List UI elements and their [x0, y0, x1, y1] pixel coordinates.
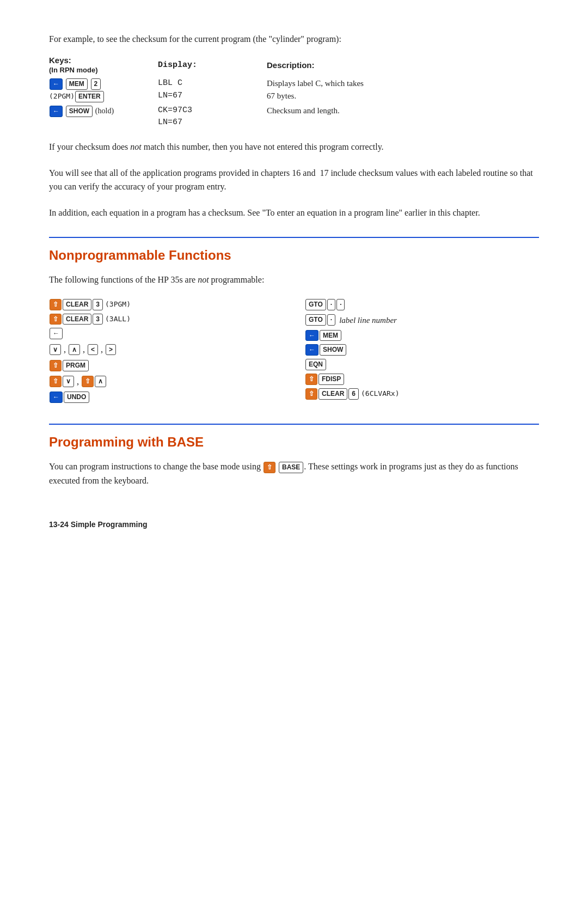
list-item: ⇧ FDISP	[305, 374, 539, 385]
enter-key-1: ENTER	[75, 91, 104, 102]
col-header-keys: Keys: (In RPN mode)	[49, 56, 158, 76]
eqn-key: EQN	[305, 359, 326, 370]
show-key-2: SHOW	[66, 106, 93, 117]
shift-blue-key: ←	[50, 392, 63, 403]
para-chapters: You will see that all of the application…	[49, 166, 539, 194]
desc-cell-1: Displays label C, which takes67 bytes.	[267, 76, 539, 103]
shift-orange-key: ⇧	[50, 376, 62, 387]
keys-display-description-table: Keys: (In RPN mode) Display: Description…	[49, 56, 539, 130]
shift-orange-base: ⇧	[264, 462, 275, 473]
down-key-2: ∨	[63, 376, 74, 387]
nonprogrammable-list: ⇧ CLEAR 3 (3PGM) ⇧ CLEAR 3 (3ALL) ← ∨ , …	[49, 299, 539, 406]
section1-intro: The following functions of the HP 35s ar…	[49, 273, 539, 287]
list-item: ⇧ CLEAR 3 (3ALL)	[49, 314, 283, 325]
backspace-key: ←	[50, 328, 63, 339]
three-key: 3	[93, 314, 103, 325]
list-item: ∨ , ∧ , < , >	[49, 343, 283, 357]
table-row: ← MEM 2 (2PGM)ENTER LBL CLN=67 Displays …	[49, 76, 539, 103]
table-row: ← SHOW (hold) CK=97C3LN=67 Checksum and …	[49, 103, 539, 130]
list-item: ← UNDO	[49, 392, 283, 403]
shift-orange-key: ⇧	[50, 360, 62, 371]
keys-cell-2: ← SHOW (hold)	[49, 103, 158, 130]
para-equation: In addition, each equation in a program …	[49, 206, 539, 220]
mem-key: MEM	[320, 330, 341, 341]
right-key: >	[106, 344, 116, 356]
list-item: ⇧ CLEAR 3 (3PGM)	[49, 299, 283, 310]
undo-key: UNDO	[64, 392, 89, 403]
mem-key-1: MEM	[66, 78, 88, 90]
section-divider-1	[49, 237, 539, 238]
section-heading-nonprogrammable: Nonprogrammable Functions	[49, 248, 539, 263]
shift-orange-key: ⇧	[50, 314, 62, 325]
six-key: 6	[348, 388, 359, 400]
col-header-display: Display:	[158, 56, 267, 76]
clear-key2: CLEAR	[318, 388, 347, 400]
up-key-2: ∧	[95, 376, 106, 387]
section-heading-base: Programming with BASE	[49, 435, 539, 450]
list-item: ← SHOW	[305, 344, 539, 356]
nonprog-left-col: ⇧ CLEAR 3 (3PGM) ⇧ CLEAR 3 (3ALL) ← ∨ , …	[49, 299, 283, 406]
desc-cell-2: Checksum and length.	[267, 103, 539, 130]
list-item: ⇧ ∨ , ⇧ ∧	[49, 375, 283, 389]
dot-key: ·	[327, 299, 335, 310]
section2-para: You can program instructions to change t…	[49, 460, 539, 487]
left-key: <	[88, 344, 98, 356]
section-divider-2	[49, 424, 539, 425]
keys-cell-1: ← MEM 2 (2PGM)ENTER	[49, 76, 158, 103]
gto-key2: GTO	[305, 314, 326, 326]
footer: 13-24 Simple Programming	[49, 520, 539, 529]
up-key: ∧	[69, 344, 80, 356]
list-item: GTO · label line number	[305, 314, 539, 327]
list-item: EQN	[305, 359, 539, 370]
dot-key2: ·	[336, 299, 345, 310]
three-key: 3	[93, 299, 103, 310]
shift-orange-key: ⇧	[50, 299, 62, 310]
list-item: ←	[49, 328, 283, 339]
list-item: ⇧ PRGM	[49, 360, 283, 371]
show-key: SHOW	[320, 344, 346, 356]
list-item: ← MEM	[305, 330, 539, 341]
shift-left-key-1: ←	[50, 78, 63, 90]
intro-sentence: For example, to see the checksum for the…	[49, 33, 539, 46]
list-item: ⇧ CLEAR 6 (6CLVARx)	[305, 388, 539, 400]
shift-left-key-2: ←	[50, 106, 63, 117]
col-header-description: Description:	[267, 56, 539, 76]
shift-orange-key: ⇧	[82, 376, 94, 387]
display-cell-2: CK=97C3LN=67	[158, 103, 267, 130]
two-key-1: 2	[91, 78, 101, 90]
shift-orange-key2: ⇧	[305, 374, 317, 385]
nonprog-right-col: GTO · · GTO · label line number ← MEM ← …	[305, 299, 539, 406]
base-key: BASE	[279, 462, 303, 473]
display-cell-1: LBL CLN=67	[158, 76, 267, 103]
clear-key: CLEAR	[63, 299, 91, 310]
clear-key: CLEAR	[63, 314, 91, 325]
shift-blue-key2: ←	[305, 330, 318, 341]
para-checksum-warning: If your checksum does not match this num…	[49, 140, 539, 154]
shift-orange-key3: ⇧	[305, 388, 317, 400]
dot-key3: ·	[327, 314, 335, 326]
shift-blue-key3: ←	[305, 344, 318, 356]
gto-key: GTO	[305, 299, 326, 310]
fdisp-key: FDISP	[318, 374, 344, 385]
down-key: ∨	[50, 344, 61, 356]
prgm-key: PRGM	[63, 360, 89, 371]
list-item: GTO · ·	[305, 299, 539, 310]
footer-label: 13-24 Simple Programming	[49, 520, 539, 529]
